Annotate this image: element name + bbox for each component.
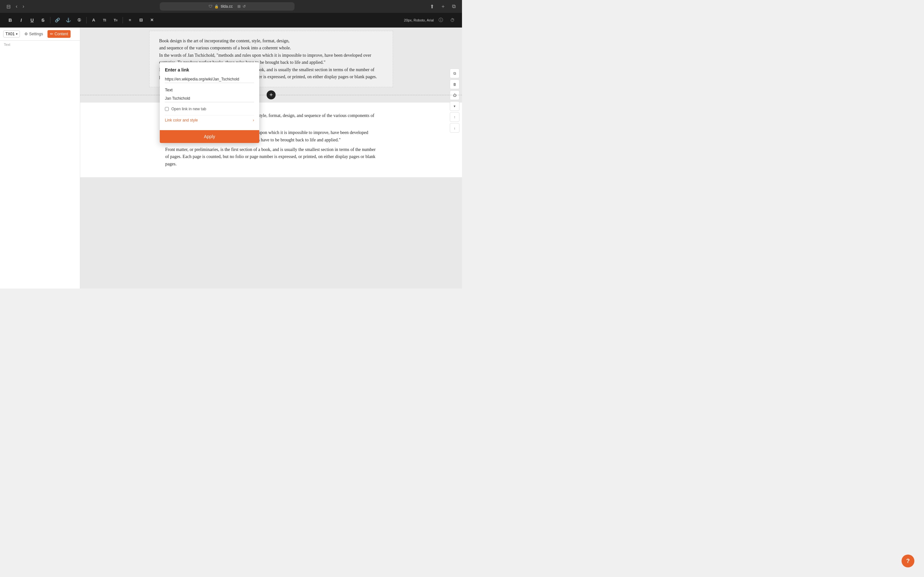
history-btn[interactable]: ⏱ bbox=[448, 16, 457, 25]
reload-icon[interactable]: ↺ bbox=[242, 4, 246, 9]
superscript-btn[interactable]: ① bbox=[74, 15, 84, 25]
address-bar-container: 🛡 🔒 tilda.cc ⊞ ↺ bbox=[29, 2, 425, 11]
separator-2 bbox=[86, 17, 87, 23]
expand-block-btn[interactable]: ▾ bbox=[450, 101, 459, 111]
pencil-icon: ✏ bbox=[50, 32, 53, 36]
bottom-section: Book design is the art of incorporating … bbox=[80, 103, 462, 177]
editor-toolbar: B I U S 🔗 ⚓ ① A TI T≡ ≡ ⊟ ✕ 20px, Roboto… bbox=[0, 13, 462, 27]
chevron-right-icon: › bbox=[253, 118, 254, 122]
translate-icon: ⊞ bbox=[237, 4, 241, 9]
address-bar[interactable]: 🛡 🔒 tilda.cc ⊞ ↺ bbox=[160, 2, 294, 11]
new-tab-row: Open link in new tab bbox=[165, 107, 254, 111]
popup-inner: Enter a link Text Open link in new tab L… bbox=[160, 62, 259, 130]
new-tab-btn[interactable]: ＋ bbox=[439, 2, 447, 11]
content-label: Content bbox=[55, 32, 68, 36]
url-text: tilda.cc bbox=[221, 4, 233, 9]
info-btn[interactable]: ⓘ bbox=[436, 16, 445, 25]
bottom-paragraph-3: Front matter, or preliminaries, is the f… bbox=[165, 146, 377, 168]
browser-actions: ⬆ ＋ ⧉ bbox=[429, 2, 457, 11]
underline-btn[interactable]: U bbox=[27, 15, 37, 25]
font-size-btn[interactable]: TI bbox=[99, 15, 110, 25]
font-info-label: 20px, Roboto, Arial bbox=[404, 18, 434, 22]
lock-icon: 🔒 bbox=[214, 5, 219, 9]
link-text-input[interactable] bbox=[165, 95, 254, 102]
share-btn[interactable]: ⬆ bbox=[429, 2, 435, 11]
content-area: Enter a link Text Open link in new tab L… bbox=[80, 27, 462, 288]
strikethrough-btn[interactable]: S bbox=[38, 15, 48, 25]
link-btn[interactable]: 🔗 bbox=[52, 15, 63, 25]
block-selector-dropdown[interactable]: TX01 ▾ bbox=[3, 31, 20, 37]
browser-chrome: ⊟ ‹ › 🛡 🔒 tilda.cc ⊞ ↺ ⬆ ＋ ⧉ bbox=[0, 0, 462, 13]
url-input[interactable] bbox=[165, 76, 254, 83]
content-btn[interactable]: ✏ Content bbox=[47, 30, 71, 38]
font-color-btn[interactable]: A bbox=[89, 15, 99, 25]
top-paragraph-2: and sequence of the various components o… bbox=[159, 45, 383, 52]
forward-btn[interactable]: › bbox=[21, 2, 25, 11]
italic-btn[interactable]: I bbox=[16, 15, 26, 25]
top-paragraph-1: Book design is the art of incorporating … bbox=[159, 37, 383, 45]
add-section-btn[interactable]: + bbox=[267, 90, 276, 99]
new-tab-checkbox[interactable] bbox=[165, 107, 169, 111]
settings-label: Settings bbox=[29, 32, 43, 36]
sidebar-text-label: Text bbox=[0, 41, 80, 48]
link-style-label: Link color and style bbox=[165, 118, 198, 122]
copy-block-btn[interactable]: ⧉ bbox=[450, 69, 459, 78]
dropdown-arrow-icon: ▾ bbox=[16, 32, 18, 35]
back-btn[interactable]: ‹ bbox=[15, 2, 19, 11]
move-up-btn[interactable]: ↑ bbox=[450, 112, 459, 122]
left-sidebar: TX01 ▾ ⚙ Settings ✏ Content Text bbox=[0, 27, 80, 288]
apply-btn[interactable]: Apply bbox=[160, 130, 259, 143]
shield-icon: 🛡 bbox=[208, 4, 212, 9]
gear-icon: ⚙ bbox=[24, 32, 28, 36]
columns-btn[interactable]: ⊟ bbox=[136, 15, 146, 25]
link-popup: Enter a link Text Open link in new tab L… bbox=[160, 62, 259, 143]
separator-3 bbox=[123, 17, 123, 23]
popup-title: Enter a link bbox=[165, 67, 254, 73]
toolbar-right: 20px, Roboto, Arial ⓘ ⏱ bbox=[404, 16, 457, 25]
sidebar-header: TX01 ▾ ⚙ Settings ✏ Content bbox=[0, 27, 80, 41]
settings-btn[interactable]: ⚙ Settings bbox=[22, 30, 45, 38]
move-down-btn[interactable]: ↓ bbox=[450, 123, 459, 133]
new-tab-label[interactable]: Open link in new tab bbox=[171, 107, 206, 111]
block-selector-label: TX01 bbox=[5, 32, 15, 36]
bold-btn[interactable]: B bbox=[5, 15, 15, 25]
clear-btn[interactable]: ✕ bbox=[147, 15, 157, 25]
line-height-btn[interactable]: T≡ bbox=[110, 15, 121, 25]
sidebar-toggle-btn[interactable]: ⊟ bbox=[5, 2, 12, 11]
align-btn[interactable]: ≡ bbox=[125, 15, 135, 25]
tabs-btn[interactable]: ⧉ bbox=[451, 2, 457, 11]
text-label: Text bbox=[165, 87, 254, 92]
add-section-divider: + bbox=[80, 87, 462, 103]
anchor-btn[interactable]: ⚓ bbox=[63, 15, 73, 25]
separator-1 bbox=[50, 17, 50, 23]
browser-controls: ⊟ ‹ › bbox=[5, 2, 26, 11]
link-style-row[interactable]: Link color and style › bbox=[165, 115, 254, 125]
main-layout: TX01 ▾ ⚙ Settings ✏ Content Text Enter a… bbox=[0, 27, 462, 288]
